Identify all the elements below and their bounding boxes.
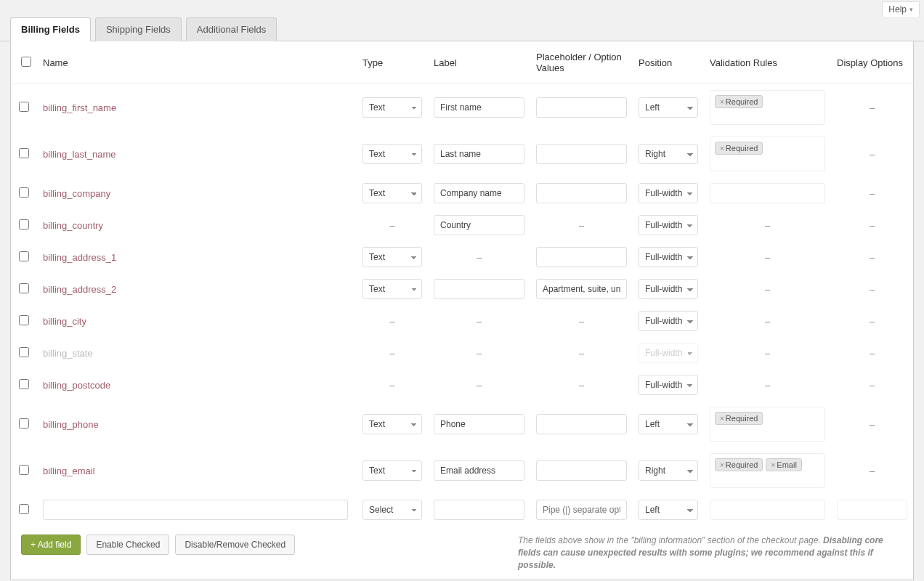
row-checkbox[interactable]	[19, 347, 29, 357]
fields-panel: Name Type Label Placeholder / Option Val…	[10, 41, 914, 580]
table-row: billing_postcode–––LeftRightFull-width––	[11, 369, 913, 401]
row-checkbox[interactable]	[19, 102, 29, 112]
position-select[interactable]: LeftRightFull-width	[639, 343, 698, 363]
field-name-link[interactable]: billing_address_2	[43, 284, 116, 295]
row-checkbox[interactable]	[19, 465, 29, 475]
help-tab[interactable]: Help ▾	[882, 1, 920, 17]
dash-icon: –	[710, 252, 825, 263]
row-checkbox[interactable]	[19, 283, 29, 293]
label-input[interactable]	[434, 144, 524, 164]
type-select[interactable]: TextSelect	[362, 414, 422, 434]
validation-chip-required[interactable]: × Required	[715, 458, 763, 471]
type-select[interactable]: TextSelect	[362, 97, 422, 118]
position-select[interactable]: LeftRightFull-width	[639, 97, 698, 118]
table-row: billing_companyTextSelectLeftRightFull-w…	[11, 177, 913, 209]
field-name-link[interactable]: billing_phone	[43, 419, 99, 430]
row-checkbox[interactable]	[19, 187, 29, 198]
validation-chip-required[interactable]: × Required	[715, 142, 763, 155]
dash-icon: –	[434, 348, 524, 359]
type-select[interactable]: TextSelect	[362, 144, 422, 164]
new-type-select[interactable]: TextSelect	[362, 500, 422, 520]
field-name-link[interactable]: billing_first_name	[43, 102, 116, 113]
row-checkbox[interactable]	[19, 379, 29, 389]
type-select[interactable]: TextSelect	[362, 460, 422, 481]
dash-icon: –	[710, 316, 825, 327]
placeholder-input[interactable]	[536, 414, 627, 434]
validation-chip-required[interactable]: × Required	[715, 412, 763, 425]
placeholder-input[interactable]	[536, 97, 627, 118]
row-checkbox[interactable]	[19, 148, 29, 158]
new-placeholder-input[interactable]	[536, 500, 627, 520]
position-select[interactable]: LeftRightFull-width	[639, 414, 698, 434]
new-label-input[interactable]	[434, 500, 524, 520]
new-position-select[interactable]: LeftRightFull-width	[639, 500, 698, 520]
display-options-box[interactable]	[837, 500, 907, 520]
field-name-link[interactable]: billing_last_name	[43, 149, 115, 160]
disable-remove-checked-button[interactable]: Disable/Remove Checked	[175, 535, 295, 555]
label-input[interactable]	[434, 279, 524, 299]
dash-icon: –	[837, 220, 907, 231]
tab-billing-fields[interactable]: Billing Fields	[10, 17, 91, 41]
tab-additional-fields[interactable]: Additional Fields	[186, 17, 277, 41]
label-input[interactable]	[434, 183, 524, 203]
label-input[interactable]	[434, 97, 524, 118]
dash-icon: –	[536, 220, 627, 231]
col-display: Display Options	[831, 41, 913, 84]
placeholder-input[interactable]	[536, 144, 627, 164]
position-select[interactable]: LeftRightFull-width	[639, 215, 698, 235]
row-checkbox[interactable]	[19, 251, 29, 261]
field-name-link[interactable]: billing_company	[43, 188, 110, 199]
type-select[interactable]: TextSelect	[362, 247, 422, 267]
field-name-link[interactable]: billing_city	[43, 316, 86, 327]
add-field-button[interactable]: + Add field	[21, 535, 81, 555]
row-checkbox[interactable]	[19, 418, 29, 428]
validation-rules-box[interactable]	[710, 183, 825, 203]
validation-rules-box[interactable]: × Required	[710, 137, 825, 171]
row-checkbox[interactable]	[19, 315, 29, 325]
placeholder-input[interactable]	[536, 183, 627, 203]
position-select[interactable]: LeftRightFull-width	[639, 311, 698, 331]
dash-icon: –	[837, 316, 907, 327]
col-placeholder: Placeholder / Option Values	[530, 41, 633, 84]
dash-icon: –	[837, 380, 907, 391]
table-row: billing_country––LeftRightFull-width––	[11, 209, 913, 241]
validation-rules-box[interactable]: × Required× Email	[710, 453, 825, 488]
dash-icon: –	[837, 188, 907, 199]
label-input[interactable]	[434, 215, 524, 235]
dash-icon: –	[837, 252, 907, 263]
placeholder-input[interactable]	[536, 247, 627, 267]
field-name-link[interactable]: billing_postcode	[43, 380, 110, 391]
position-select[interactable]: LeftRightFull-width	[639, 375, 698, 395]
table-actions: + Add field Enable Checked Disable/Remov…	[11, 526, 913, 580]
label-input[interactable]	[434, 460, 524, 481]
field-name-link[interactable]: billing_email	[43, 466, 95, 476]
type-select[interactable]: TextSelect	[362, 279, 422, 299]
table-row: billing_state–––LeftRightFull-width––	[11, 337, 913, 369]
validation-rules-box[interactable]: × Required	[710, 90, 825, 125]
select-all-checkbox[interactable]	[21, 57, 31, 67]
placeholder-input[interactable]	[536, 460, 627, 481]
field-name-link[interactable]: billing_state	[43, 348, 93, 359]
enable-checked-button[interactable]: Enable Checked	[86, 535, 169, 555]
validation-chip-required[interactable]: × Required	[715, 95, 763, 108]
position-select[interactable]: LeftRightFull-width	[639, 144, 698, 164]
field-name-link[interactable]: billing_address_1	[43, 252, 116, 263]
field-name-link[interactable]: billing_country	[43, 220, 103, 231]
new-name-input[interactable]	[43, 500, 348, 520]
new-field-row: TextSelectLeftRightFull-width	[11, 494, 913, 526]
validation-rules-box[interactable]: × Required	[710, 407, 825, 442]
row-checkbox[interactable]	[19, 219, 29, 229]
position-select[interactable]: LeftRightFull-width	[639, 247, 698, 267]
type-select[interactable]: TextSelect	[362, 183, 422, 203]
validation-chip-email[interactable]: × Email	[766, 458, 801, 471]
dash-icon: –	[710, 380, 825, 391]
position-select[interactable]: LeftRightFull-width	[639, 279, 698, 299]
position-select[interactable]: LeftRightFull-width	[639, 460, 698, 481]
dash-icon: –	[710, 220, 825, 231]
validation-rules-box[interactable]	[710, 500, 825, 520]
tab-shipping-fields[interactable]: Shipping Fields	[95, 17, 182, 41]
label-input[interactable]	[434, 414, 524, 434]
placeholder-input[interactable]	[536, 279, 627, 299]
position-select[interactable]: LeftRightFull-width	[639, 183, 698, 203]
row-checkbox[interactable]	[19, 504, 29, 514]
